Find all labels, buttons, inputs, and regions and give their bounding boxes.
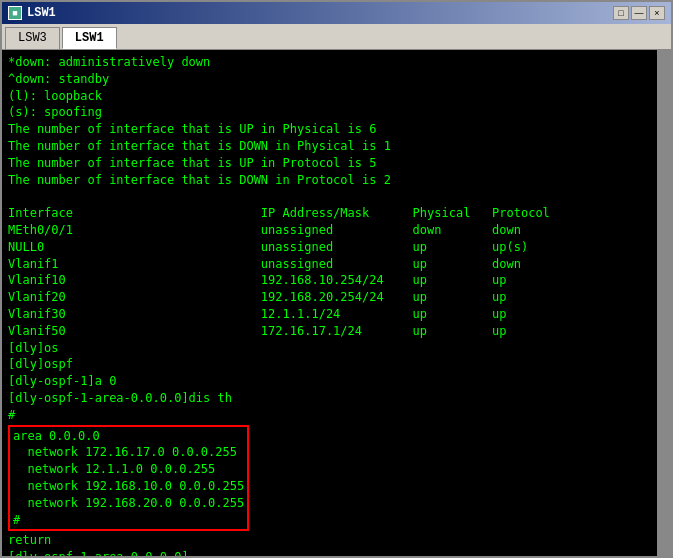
title-bar-left: ■ LSW1 [8, 6, 56, 20]
restore-button[interactable]: □ [613, 6, 629, 20]
window-icon: ■ [8, 6, 22, 20]
close-button[interactable]: × [649, 6, 665, 20]
tab-lsw3[interactable]: LSW3 [5, 27, 60, 49]
main-window: ■ LSW1 □ — × LSW3 LSW1 *down: administra… [0, 0, 673, 558]
minimize-button[interactable]: — [631, 6, 647, 20]
title-bar-buttons: □ — × [613, 6, 665, 20]
title-bar: ■ LSW1 □ — × [2, 2, 671, 24]
terminal-output: *down: administratively down ^down: stan… [8, 54, 665, 556]
terminal-area[interactable]: *down: administratively down ^down: stan… [2, 50, 671, 556]
window-title: LSW1 [27, 6, 56, 20]
scrollbar[interactable] [657, 50, 671, 556]
tab-lsw1[interactable]: LSW1 [62, 27, 117, 49]
tab-bar: LSW3 LSW1 [2, 24, 671, 50]
